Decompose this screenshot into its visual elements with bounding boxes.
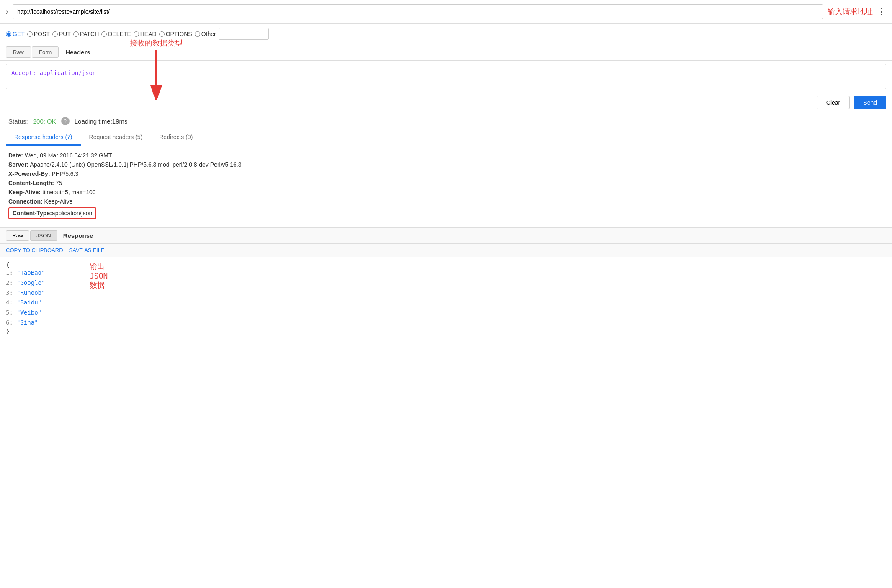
rtab-request-headers[interactable]: Request headers (5) [81, 129, 151, 146]
json-num-1: 1: [6, 268, 14, 278]
json-num-5: 5: [6, 308, 14, 318]
header-content-length: Content-Length: 75 [8, 180, 884, 186]
help-icon[interactable]: ? [61, 117, 70, 125]
header-keep-alive: Keep-Alive: timeout=5, max=100 [8, 189, 884, 196]
top-bar: › 输入请求地址 ⋮ [0, 0, 892, 24]
save-as-file-button[interactable]: SAVE AS FILE [69, 247, 105, 253]
method-head[interactable]: HEAD [134, 31, 157, 37]
more-options-button[interactable]: ⋮ [877, 6, 886, 17]
header-date: Date: Wed, 09 Mar 2016 04:21:32 GMT [8, 152, 884, 159]
header-server: Server: Apache/2.4.10 (Unix) OpenSSL/1.0… [8, 161, 884, 168]
method-options[interactable]: OPTIONS [159, 31, 192, 37]
url-input[interactable] [13, 4, 823, 19]
radio-post[interactable] [27, 31, 33, 37]
radio-get[interactable] [6, 31, 11, 37]
json-val-2: "Google" [17, 278, 45, 288]
action-row: Clear Send [0, 93, 892, 113]
json-close-brace: } [6, 328, 886, 335]
json-line-2: 2: "Google" [6, 278, 886, 288]
method-head-label: HEAD [140, 31, 157, 37]
json-num-2: 2: [6, 278, 14, 288]
method-post[interactable]: POST [27, 31, 50, 37]
header-xpowered-value: PHP/5.6.3 [52, 170, 78, 177]
headers-code: Accept: application/json [11, 70, 96, 76]
status-value: 200: OK [33, 118, 56, 125]
radio-other[interactable] [195, 31, 200, 37]
loading-time: Loading time:19ms [75, 118, 128, 125]
request-tabs-row: Raw Form Headers [0, 44, 892, 61]
method-other-label: Other [201, 31, 216, 37]
rtab-response-headers[interactable]: Response headers (7) [6, 129, 81, 146]
json-line-3: 3: "Runoob" [6, 288, 886, 298]
header-content-type-value: application/json [52, 210, 93, 217]
json-open-brace: { [6, 261, 9, 268]
tab-headers-heading: Headers [65, 49, 90, 56]
other-method-input[interactable] [219, 28, 269, 40]
tab-raw[interactable]: Raw [6, 46, 31, 58]
forward-button[interactable]: › [6, 8, 8, 16]
method-patch[interactable]: PATCH [73, 31, 99, 37]
json-line-1: 1: "TaoBao" [6, 268, 886, 278]
json-line-4: 4: "Baidu" [6, 298, 886, 308]
method-delete-label: DELETE [108, 31, 131, 37]
headers-editor[interactable]: Accept: application/json [6, 64, 886, 89]
header-content-type-key: Content-Type: [13, 210, 52, 217]
header-connection-key: Connection: [8, 198, 43, 205]
json-num-3: 3: [6, 288, 14, 298]
header-keep-alive-key: Keep-Alive: [8, 189, 41, 196]
method-post-label: POST [34, 31, 50, 37]
header-content-type: Content-Type: application/json [8, 207, 96, 219]
json-line-5: 5: "Weibo" [6, 308, 886, 318]
radio-put[interactable] [52, 31, 58, 37]
json-val-3: "Runoob" [17, 288, 45, 298]
rbody-json[interactable]: JSON [30, 230, 57, 241]
status-row: Status: 200: OK ? Loading time:19ms [0, 113, 892, 129]
url-annotation: 输入请求地址 [828, 7, 873, 17]
radio-patch[interactable] [73, 31, 79, 37]
json-val-5: "Weibo" [17, 308, 41, 318]
rbody-raw[interactable]: Raw [6, 230, 29, 241]
method-delete[interactable]: DELETE [101, 31, 131, 37]
json-line-6: 6: "Sina" [6, 318, 886, 328]
method-put[interactable]: PUT [52, 31, 71, 37]
header-keep-alive-value: timeout=5, max=100 [42, 189, 96, 196]
header-content-length-key: Content-Length: [8, 180, 54, 186]
json-num-6: 6: [6, 318, 14, 328]
method-options-label: OPTIONS [166, 31, 192, 37]
radio-delete[interactable] [101, 31, 107, 37]
header-server-key: Server: [8, 161, 28, 168]
header-server-value: Apache/2.4.10 (Unix) OpenSSL/1.0.1j PHP/… [30, 161, 241, 168]
json-val-1: "TaoBao" [17, 268, 45, 278]
method-put-label: PUT [59, 31, 71, 37]
status-label: Status: [8, 118, 28, 125]
response-headers-section: Date: Wed, 09 Mar 2016 04:21:32 GMT Serv… [0, 146, 892, 227]
tab-form[interactable]: Form [32, 46, 59, 58]
method-patch-label: PATCH [80, 31, 99, 37]
clear-button[interactable]: Clear [817, 96, 850, 109]
header-xpowered-key: X-Powered-By: [8, 170, 50, 177]
header-xpowered: X-Powered-By: PHP/5.6.3 [8, 170, 884, 177]
header-content-length-value: 75 [56, 180, 62, 186]
json-output: { 输出 JSON 数据 1: "TaoBao" 2: "Google" 3: … [0, 257, 892, 341]
header-date-value: Wed, 09 Mar 2016 04:21:32 GMT [25, 152, 112, 159]
response-body-tabs: Raw JSON Response [0, 227, 892, 244]
copy-clipboard-button[interactable]: COPY TO CLIPBOARD [6, 247, 63, 253]
radio-options[interactable] [159, 31, 165, 37]
json-num-4: 4: [6, 298, 14, 308]
json-val-4: "Baidu" [17, 298, 41, 308]
clipboard-row: COPY TO CLIPBOARD SAVE AS FILE [0, 244, 892, 257]
headers-section: Accept: application/json 接收的数据类型 [0, 64, 892, 89]
json-val-6: "Sina" [17, 318, 38, 328]
method-bar: GET POST PUT PATCH DELETE HEAD OPTIONS [0, 24, 892, 44]
rbody-heading: Response [63, 232, 93, 239]
radio-head[interactable] [134, 31, 139, 37]
method-other[interactable]: Other [195, 31, 216, 37]
header-connection-value: Keep-Alive [44, 198, 73, 205]
header-date-key: Date: [8, 152, 23, 159]
header-connection: Connection: Keep-Alive [8, 198, 884, 205]
response-tabs: Response headers (7) Request headers (5)… [0, 129, 892, 146]
rtab-redirects[interactable]: Redirects (0) [151, 129, 201, 146]
method-get-label: GET [13, 31, 25, 37]
send-button[interactable]: Send [854, 96, 886, 109]
method-get[interactable]: GET [6, 31, 25, 37]
